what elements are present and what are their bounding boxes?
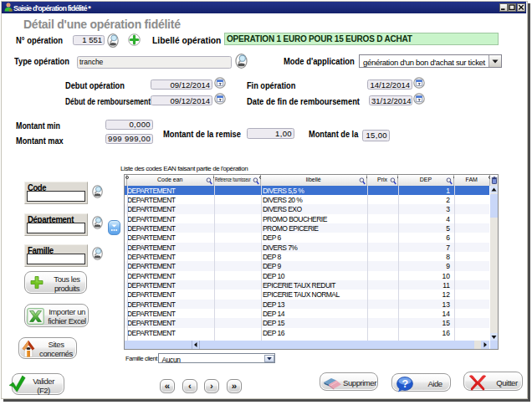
svg-text:?: ? — [402, 378, 407, 390]
